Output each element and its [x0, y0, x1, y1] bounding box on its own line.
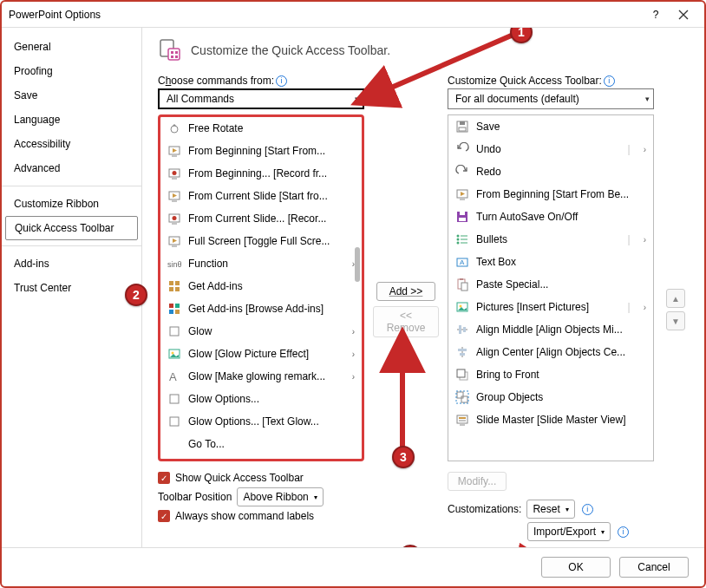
sidebar-advanced[interactable]: Advanced — [2, 156, 141, 180]
sidebar-language[interactable]: Language — [2, 108, 141, 132]
svg-rect-23 — [175, 287, 180, 291]
list-item[interactable]: From Beginning [Start From Be... — [448, 183, 653, 206]
svg-rect-28 — [170, 327, 179, 336]
list-item[interactable]: AGlow [Make glowing remark...› — [160, 365, 362, 388]
svg-point-30 — [172, 352, 174, 355]
grp-icon — [455, 390, 469, 404]
list-item[interactable]: Undo|› — [448, 138, 653, 160]
svg-rect-26 — [169, 310, 173, 314]
list-item[interactable]: Pictures [Insert Pictures]|› — [448, 296, 653, 318]
toolbar-position-label: Toolbar Position — [158, 491, 232, 503]
svg-rect-22 — [169, 287, 173, 291]
header-text: Customize the Quick Access Toolbar. — [191, 43, 390, 57]
list-item[interactable]: Glow Options... [Text Glow... — [160, 410, 362, 433]
info-icon[interactable]: i — [582, 504, 593, 515]
list-item[interactable]: Get Add-ins [Browse Add-ins] — [160, 297, 362, 320]
add-button[interactable]: Add >> — [376, 282, 435, 301]
sm-icon — [455, 413, 469, 427]
grid-icon — [167, 279, 181, 293]
current-commands-list[interactable]: SaveUndo|›RedoFrom Beginning [Start From… — [448, 114, 654, 461]
list-item[interactable]: Bring to Front — [448, 363, 653, 386]
list-item[interactable]: Align Middle [Align Objects Mi... — [448, 318, 653, 341]
svg-point-10 — [173, 171, 177, 175]
svg-rect-57 — [459, 325, 461, 334]
choose-from-dropdown[interactable]: All Commands▾ — [158, 88, 364, 109]
sidebar-qat[interactable]: Quick Access Toolbar — [5, 216, 138, 240]
main-panel: Customize the Quick Access Toolbar. Choo… — [142, 28, 704, 547]
bul-icon — [455, 232, 469, 246]
info-icon[interactable]: i — [276, 75, 287, 87]
list-item[interactable]: Redo — [448, 160, 653, 183]
ok-button[interactable]: OK — [541, 557, 611, 578]
list-item[interactable]: Get Add-ins — [160, 275, 362, 297]
list-item[interactable]: Group Objects — [448, 386, 653, 408]
rot-icon — [167, 121, 181, 135]
info-icon[interactable]: i — [618, 526, 629, 538]
annotation-3: 3 — [392, 446, 415, 468]
list-item[interactable]: Turn AutoSave On/Off — [448, 206, 653, 228]
fn-icon: sinθ — [167, 257, 181, 271]
sidebar-save[interactable]: Save — [2, 83, 141, 108]
reset-dropdown[interactable]: Reset▾ — [526, 500, 574, 519]
close-button[interactable] — [670, 4, 697, 25]
savep-icon — [455, 210, 469, 224]
list-item[interactable]: Glow Options... — [160, 388, 362, 410]
svg-rect-60 — [458, 349, 467, 351]
scrollbar-thumb[interactable] — [355, 247, 360, 282]
sidebar-customize-ribbon[interactable]: Customize Ribbon — [2, 192, 141, 216]
list-item[interactable]: AText Box — [448, 251, 653, 273]
help-button[interactable]: ? — [642, 4, 670, 25]
list-item[interactable]: sinθFunction› — [160, 252, 362, 275]
scope-dropdown[interactable]: For all documents (default)▾ — [448, 88, 654, 109]
list-item[interactable]: Gradient› — [160, 455, 362, 459]
list-item[interactable]: Go To... — [160, 433, 362, 455]
list-item[interactable]: Slide Master [Slide Master View] — [448, 408, 653, 431]
svg-rect-5 — [175, 56, 178, 58]
list-item[interactable]: Paste Special... — [448, 273, 653, 296]
move-down-button[interactable]: ▼ — [666, 311, 685, 330]
sidebar-proofing[interactable]: Proofing — [2, 59, 141, 83]
list-item[interactable]: Glow› — [160, 320, 362, 343]
svg-point-43 — [457, 235, 460, 238]
sidebar-addins[interactable]: Add-ins — [2, 252, 141, 276]
info-icon[interactable]: i — [604, 75, 615, 87]
toolbar-position-dropdown[interactable]: Above Ribbon▾ — [237, 487, 323, 506]
list-item[interactable]: Save — [448, 115, 653, 138]
list-item[interactable]: From Beginning... [Record fr... — [160, 162, 362, 185]
list-item[interactable]: Bullets|› — [448, 228, 653, 251]
sidebar-trust[interactable]: Trust Center — [2, 276, 141, 300]
svg-rect-3 — [175, 51, 178, 54]
svg-rect-27 — [175, 310, 180, 314]
import-export-dropdown[interactable]: Import/Export▾ — [527, 522, 611, 541]
modify-button: Modify... — [448, 472, 507, 491]
cancel-button[interactable]: Cancel — [619, 557, 689, 578]
paste-icon — [455, 278, 469, 291]
customizations-label: Customizations: — [448, 503, 521, 515]
list-item[interactable]: Align Center [Align Objects Ce... — [448, 341, 653, 363]
move-up-button[interactable]: ▲ — [666, 289, 685, 308]
list-item[interactable]: From Current Slide... [Recor... — [160, 207, 362, 230]
front-icon — [455, 368, 469, 382]
list-item[interactable]: Full Screen [Toggle Full Scre... — [160, 230, 362, 252]
svg-rect-21 — [175, 281, 180, 285]
list-item[interactable]: From Beginning [Start From... — [160, 140, 362, 162]
play-icon — [455, 187, 469, 201]
sidebar-general[interactable]: General — [2, 35, 141, 59]
sq-icon — [167, 324, 181, 338]
show-qat-checkbox[interactable]: ✓Show Quick Access Toolbar — [158, 472, 364, 484]
sidebar-accessibility[interactable]: Accessibility — [2, 132, 141, 156]
play-icon — [167, 144, 181, 158]
always-show-labels-checkbox[interactable]: ✓Always show command labels — [158, 510, 364, 522]
tbox-icon: A — [455, 255, 469, 269]
blank-icon — [167, 437, 181, 451]
available-commands-list[interactable]: Free RotateFrom Beginning [Start From...… — [158, 114, 364, 461]
list-item[interactable]: Free Rotate — [160, 117, 362, 140]
svg-rect-1 — [168, 49, 180, 60]
options-dialog: PowerPoint Options ? General Proofing Sa… — [0, 0, 706, 588]
list-item[interactable]: Glow [Glow Picture Effect]› — [160, 343, 362, 365]
svg-rect-42 — [459, 218, 466, 221]
list-item[interactable]: From Current Slide [Start fro... — [160, 185, 362, 207]
undo-icon — [455, 142, 469, 156]
rec-icon — [167, 212, 181, 225]
svg-rect-36 — [460, 121, 465, 125]
